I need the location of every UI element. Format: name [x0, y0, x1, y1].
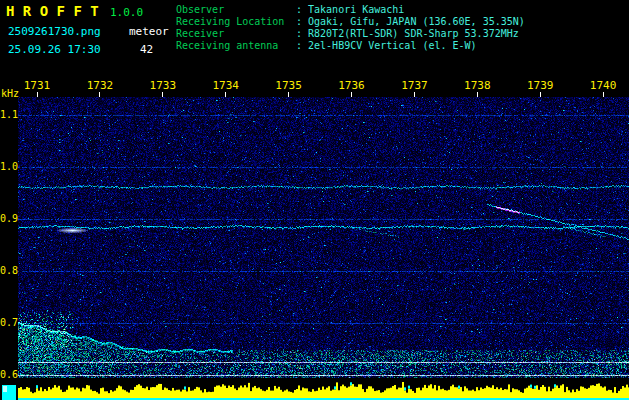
app-version: 1.0.0: [110, 6, 143, 19]
hrofft-app: H R O F F T 1.0.0 2509261730.png meteor …: [0, 0, 629, 400]
y-tick-label: 0.9: [0, 213, 15, 225]
app-title: H R O F F T: [6, 3, 99, 19]
info-row-receiver: Receiver: R820T2(RTL-SDR) SDR-Sharp 53.3…: [176, 28, 525, 40]
y-tick-label: 0.8: [0, 265, 15, 277]
x-tick-label: 1734: [208, 79, 244, 92]
mode-label: meteor: [129, 25, 169, 38]
y-tick-label: 0.7: [0, 317, 15, 329]
output-filename: 2509261730.png: [8, 25, 101, 38]
info-label: Receiver: [176, 28, 296, 40]
datetime-label: 25.09.26 17:30: [8, 43, 101, 56]
info-value: : Takanori Kawachi: [296, 4, 404, 15]
x-tick-label: 1739: [522, 79, 558, 92]
x-tick-label: 1732: [82, 79, 118, 92]
info-label: Receiving Location: [176, 16, 296, 28]
info-row-antenna: Receiving antenna: 2el-HB9CV Vertical (e…: [176, 40, 525, 52]
echo-count: 42: [140, 43, 153, 56]
y-tick-label: 1.1: [0, 109, 15, 121]
x-tick-label: 1740: [585, 79, 621, 92]
x-tick-label: 1735: [271, 79, 307, 92]
info-label: Observer: [176, 4, 296, 16]
x-tick-label: 1738: [459, 79, 495, 92]
info-row-observer: Observer: Takanori Kawachi: [176, 4, 525, 16]
x-tick-label: 1733: [145, 79, 181, 92]
y-axis-unit-label: kHz: [1, 88, 19, 99]
y-tick-label: 1.0: [0, 161, 15, 173]
x-tick-label: 1736: [334, 79, 370, 92]
info-value: : Ogaki, Gifu, JAPAN (136.60E, 35.35N): [296, 16, 525, 27]
spectrogram-canvas: [18, 97, 629, 378]
x-tick-label: 1731: [19, 79, 55, 92]
signal-meter-canvas: [0, 380, 629, 400]
info-row-location: Receiving Location: Ogaki, Gifu, JAPAN (…: [176, 16, 525, 28]
info-value: : 2el-HB9CV Vertical (el. E-W): [296, 40, 477, 51]
station-info: Observer: Takanori Kawachi Receiving Loc…: [176, 4, 525, 52]
info-label: Receiving antenna: [176, 40, 296, 52]
x-tick-label: 1737: [396, 79, 432, 92]
info-value: : R820T2(RTL-SDR) SDR-Sharp 53.372MHz: [296, 28, 519, 39]
